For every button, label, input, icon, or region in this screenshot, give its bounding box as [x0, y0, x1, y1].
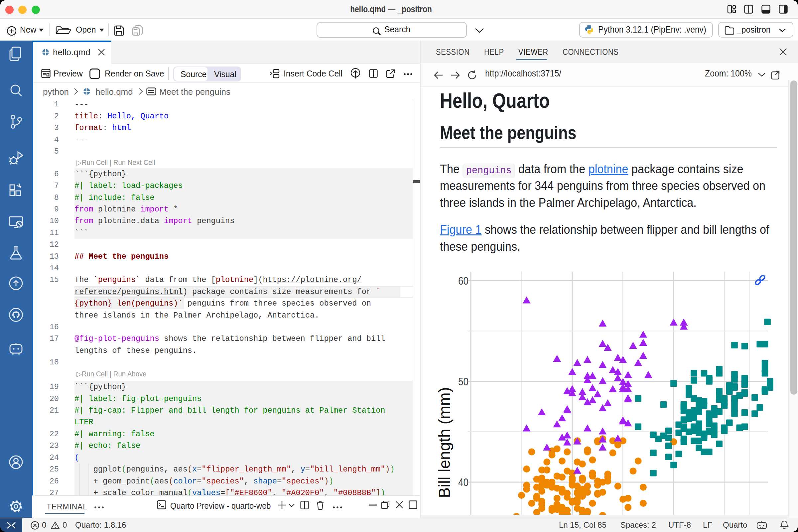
- svg-text:50: 50: [458, 375, 469, 388]
- svg-text:Bill length (mm): Bill length (mm): [436, 387, 453, 498]
- svg-text:40: 40: [458, 476, 469, 489]
- svg-text:60: 60: [458, 274, 469, 287]
